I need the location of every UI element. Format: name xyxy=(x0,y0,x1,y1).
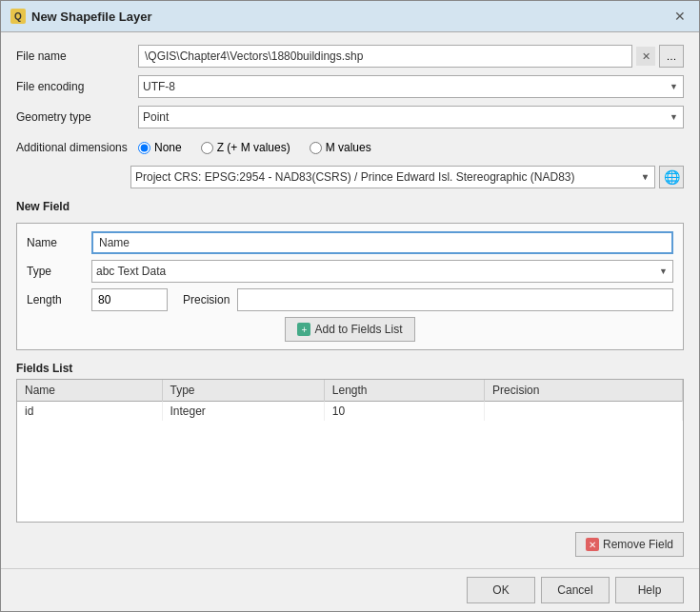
row-name: id xyxy=(17,402,162,422)
file-name-label: File name xyxy=(16,49,130,63)
file-name-browse-button[interactable]: … xyxy=(659,45,684,68)
dialog-footer: OK Cancel Help xyxy=(1,568,699,611)
dim-none-label: None xyxy=(154,141,182,154)
crs-select[interactable]: Project CRS: EPSG:2954 - NAD83(CSRS) / P… xyxy=(130,166,655,188)
dim-none-option[interactable]: None xyxy=(138,141,182,154)
cancel-button[interactable]: Cancel xyxy=(541,577,610,603)
file-name-clear-button[interactable]: ✕ xyxy=(636,47,655,66)
col-header-length: Length xyxy=(324,380,484,402)
geometry-type-select-wrapper: Point xyxy=(138,106,684,128)
file-name-control: ✕ … xyxy=(138,45,684,68)
new-field-type-select-wrapper: abc Text Data Integer Decimal Date xyxy=(91,260,673,283)
geometry-type-label: Geometry type xyxy=(16,110,130,124)
remove-icon: ✕ xyxy=(586,538,599,551)
crs-globe-button[interactable]: 🌐 xyxy=(659,166,684,188)
dimensions-radio-group: None Z (+ M values) M values xyxy=(138,141,371,154)
title-bar: Q New Shapefile Layer ✕ xyxy=(1,1,699,32)
dim-none-radio[interactable] xyxy=(138,142,150,154)
dim-z-label: Z (+ M values) xyxy=(217,141,290,154)
fields-table: Name Type Length Precision id Integer 10 xyxy=(17,380,683,421)
fields-list-section-title: Fields List xyxy=(16,362,684,375)
new-field-box: Name Type abc Text Data Integer Decimal … xyxy=(16,223,684,350)
new-field-type-row: Type abc Text Data Integer Decimal Date xyxy=(27,260,673,283)
row-type: Integer xyxy=(162,402,324,422)
new-field-section-title: New Field xyxy=(16,200,684,213)
dim-m-radio[interactable] xyxy=(310,142,322,154)
new-field-length-row: Length Precision xyxy=(27,288,673,311)
file-encoding-label: File encoding xyxy=(16,80,130,93)
dim-m-option[interactable]: M values xyxy=(310,141,371,154)
table-row[interactable]: id Integer 10 xyxy=(17,402,683,422)
new-field-type-label: Type xyxy=(27,265,84,278)
add-icon: + xyxy=(297,323,310,336)
geometry-type-select[interactable]: Point xyxy=(138,106,684,128)
new-field-precision-input[interactable] xyxy=(237,288,673,311)
dialog-icon: Q xyxy=(10,9,26,24)
dialog-content: File name ✕ … File encoding UTF-8 Geomet… xyxy=(1,32,699,568)
fields-list-section: Fields List Name Type Length Precision i… xyxy=(16,356,684,557)
remove-field-row: ✕ Remove Field xyxy=(16,528,684,557)
remove-field-button[interactable]: ✕ Remove Field xyxy=(575,532,684,557)
additional-dimensions-row: Additional dimensions None Z (+ M values… xyxy=(16,135,684,160)
file-name-input[interactable] xyxy=(138,45,632,68)
row-precision xyxy=(485,402,683,422)
add-to-fields-list-button[interactable]: + Add to Fields List xyxy=(285,317,414,342)
new-field-precision-label: Precision xyxy=(183,293,230,306)
file-encoding-row: File encoding UTF-8 xyxy=(16,74,684,99)
help-button[interactable]: Help xyxy=(615,577,684,603)
row-length: 10 xyxy=(324,402,484,422)
add-btn-label: Add to Fields List xyxy=(314,323,402,336)
new-shapefile-layer-dialog: Q New Shapefile Layer ✕ File name ✕ … Fi… xyxy=(0,0,700,612)
file-name-row: File name ✕ … xyxy=(16,44,684,69)
ok-button[interactable]: OK xyxy=(467,577,535,603)
close-button[interactable]: ✕ xyxy=(670,7,690,26)
col-header-type: Type xyxy=(162,380,324,402)
file-encoding-select[interactable]: UTF-8 xyxy=(138,75,684,98)
dim-m-label: M values xyxy=(326,141,371,154)
new-field-type-select[interactable]: abc Text Data Integer Decimal Date xyxy=(91,260,673,283)
file-encoding-select-wrapper: UTF-8 xyxy=(138,75,684,98)
new-field-name-label: Name xyxy=(27,236,84,249)
fields-table-header-row: Name Type Length Precision xyxy=(17,380,683,402)
geometry-type-row: Geometry type Point xyxy=(16,105,684,129)
col-header-name: Name xyxy=(17,380,162,402)
dialog-title: New Shapefile Layer xyxy=(31,10,151,24)
title-bar-left: Q New Shapefile Layer xyxy=(10,9,151,24)
additional-dimensions-label: Additional dimensions xyxy=(16,141,130,154)
new-field-length-label: Length xyxy=(27,293,84,306)
fields-table-wrap: Name Type Length Precision id Integer 10 xyxy=(16,379,684,523)
dim-z-radio[interactable] xyxy=(201,142,213,154)
new-field-name-row: Name xyxy=(27,231,673,254)
crs-row: Project CRS: EPSG:2954 - NAD83(CSRS) / P… xyxy=(16,166,684,188)
new-field-length-input[interactable] xyxy=(91,288,168,311)
add-btn-row: + Add to Fields List xyxy=(27,317,673,342)
col-header-precision: Precision xyxy=(485,380,683,402)
dim-z-option[interactable]: Z (+ M values) xyxy=(201,141,290,154)
crs-select-wrapper: Project CRS: EPSG:2954 - NAD83(CSRS) / P… xyxy=(130,166,655,188)
remove-field-label: Remove Field xyxy=(603,538,673,551)
new-field-name-input[interactable] xyxy=(91,231,673,254)
